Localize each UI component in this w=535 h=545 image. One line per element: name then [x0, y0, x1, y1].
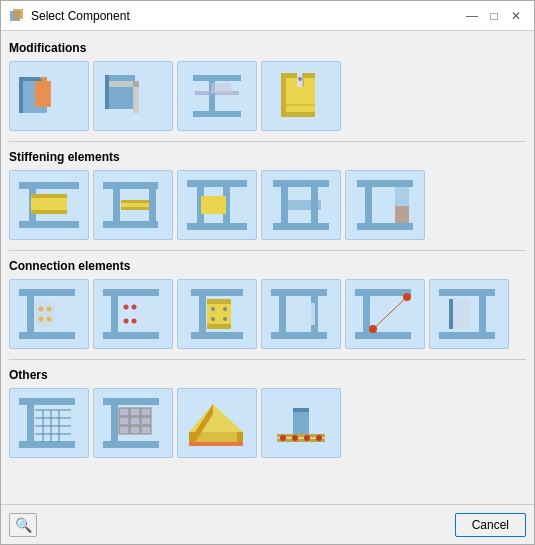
list-item[interactable] — [429, 279, 509, 349]
svg-rect-3 — [19, 77, 23, 113]
svg-rect-7 — [105, 75, 135, 109]
svg-point-129 — [304, 435, 310, 441]
close-button[interactable]: ✕ — [506, 6, 526, 26]
svg-rect-73 — [207, 324, 231, 329]
list-item[interactable] — [261, 170, 341, 240]
list-item[interactable] — [177, 279, 257, 349]
svg-rect-109 — [141, 408, 151, 416]
section-title-modifications: Modifications — [9, 39, 526, 57]
svg-rect-35 — [121, 207, 151, 210]
svg-rect-95 — [19, 441, 75, 448]
list-item[interactable] — [345, 170, 425, 240]
svg-point-56 — [39, 307, 44, 312]
svg-rect-48 — [357, 223, 413, 230]
svg-rect-111 — [130, 417, 140, 425]
list-item[interactable] — [93, 61, 173, 131]
svg-rect-34 — [121, 200, 151, 203]
svg-rect-80 — [279, 296, 286, 332]
list-item[interactable] — [261, 61, 341, 131]
list-item[interactable] — [261, 279, 341, 349]
divider-2 — [9, 250, 526, 251]
svg-rect-94 — [19, 398, 75, 405]
footer: 🔍 Cancel — [1, 504, 534, 544]
svg-rect-36 — [149, 182, 156, 228]
svg-rect-84 — [355, 332, 411, 339]
list-item[interactable] — [345, 279, 425, 349]
window-title: Select Component — [31, 9, 462, 23]
section-stiffening: Stiffening elements — [9, 148, 526, 244]
list-item[interactable] — [177, 388, 257, 458]
svg-rect-108 — [130, 408, 140, 416]
svg-rect-19 — [281, 78, 286, 112]
svg-rect-113 — [119, 426, 129, 434]
svg-point-22 — [298, 77, 302, 81]
svg-rect-47 — [357, 180, 413, 187]
section-title-others: Others — [9, 366, 526, 384]
section-others: Others — [9, 366, 526, 462]
divider-3 — [9, 359, 526, 360]
main-content: Modifications — [1, 31, 534, 504]
svg-point-66 — [124, 319, 129, 324]
list-item[interactable] — [9, 388, 89, 458]
list-item[interactable] — [93, 170, 173, 240]
svg-rect-106 — [111, 405, 118, 441]
list-item[interactable] — [93, 388, 173, 458]
svg-point-59 — [47, 317, 52, 322]
titlebar: Select Component — □ ✕ — [1, 1, 534, 31]
svg-rect-49 — [365, 187, 372, 223]
svg-rect-43 — [273, 223, 329, 230]
svg-rect-83 — [355, 289, 411, 296]
svg-rect-110 — [119, 417, 129, 425]
list-item[interactable] — [177, 170, 257, 240]
window-icon — [9, 8, 25, 24]
svg-rect-78 — [271, 289, 327, 296]
cancel-button[interactable]: Cancel — [455, 513, 526, 537]
svg-point-74 — [211, 307, 215, 311]
svg-rect-1 — [13, 9, 23, 19]
svg-point-127 — [280, 435, 286, 441]
others-items — [9, 388, 526, 462]
svg-rect-90 — [439, 332, 495, 339]
minimize-button[interactable]: — — [462, 6, 482, 26]
svg-rect-54 — [27, 296, 34, 332]
search-icon: 🔍 — [15, 517, 32, 533]
list-item[interactable] — [177, 61, 257, 131]
svg-rect-93 — [449, 299, 453, 329]
svg-marker-121 — [189, 442, 243, 446]
list-item[interactable] — [261, 388, 341, 458]
svg-rect-53 — [19, 332, 75, 339]
section-title-stiffening: Stiffening elements — [9, 148, 526, 166]
svg-rect-105 — [103, 441, 159, 448]
svg-rect-96 — [27, 405, 34, 441]
svg-rect-15 — [211, 83, 231, 93]
svg-rect-24 — [19, 182, 79, 189]
svg-rect-89 — [439, 289, 495, 296]
svg-rect-115 — [141, 426, 151, 434]
list-item[interactable] — [9, 170, 89, 240]
svg-rect-37 — [187, 180, 247, 187]
svg-rect-114 — [130, 426, 140, 434]
svg-point-75 — [223, 307, 227, 311]
titlebar-buttons: — □ ✕ — [462, 6, 526, 26]
svg-rect-126 — [293, 408, 309, 412]
svg-rect-107 — [119, 408, 129, 416]
section-title-connection: Connection elements — [9, 257, 526, 275]
connection-items — [9, 279, 526, 353]
svg-rect-18 — [281, 112, 315, 117]
stiffening-items — [9, 170, 526, 244]
maximize-button[interactable]: □ — [484, 6, 504, 26]
svg-rect-69 — [191, 332, 243, 339]
svg-rect-46 — [281, 200, 321, 210]
svg-rect-85 — [363, 296, 370, 332]
list-item[interactable] — [9, 61, 89, 131]
svg-rect-104 — [103, 398, 159, 405]
search-button[interactable]: 🔍 — [9, 513, 37, 537]
svg-point-65 — [132, 305, 137, 310]
section-modifications: Modifications — [9, 39, 526, 135]
list-item[interactable] — [93, 279, 173, 349]
list-item[interactable] — [9, 279, 89, 349]
svg-rect-6 — [35, 81, 51, 107]
svg-rect-38 — [187, 223, 247, 230]
svg-rect-63 — [119, 299, 141, 329]
svg-rect-42 — [273, 180, 329, 187]
